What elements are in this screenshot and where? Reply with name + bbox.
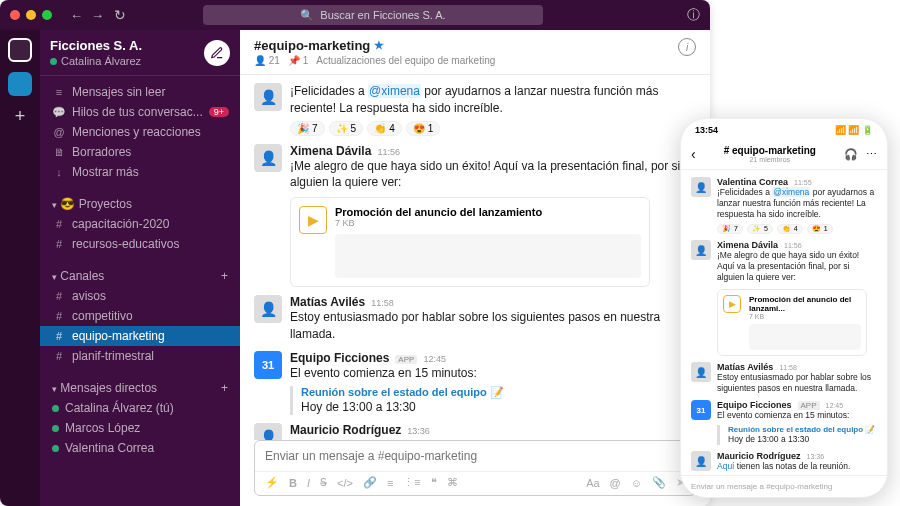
ul-icon[interactable]: ⋮≡ [403,476,420,489]
nav-threads[interactable]: 💬Hilos de tus conversac...9+ [40,102,240,122]
attach-icon[interactable]: 📎 [652,476,666,489]
composer-input[interactable] [255,441,695,471]
reaction[interactable]: 😍1 [406,121,441,136]
phone-channel-name[interactable]: # equipo-marketing [724,145,816,156]
search-input[interactable]: 🔍 Buscar en Ficciones S. A. [203,5,543,25]
phone-more-icon[interactable]: ⋯ [866,148,877,161]
section-dms[interactable]: ▾ Mensajes directos+ [40,378,240,398]
message-author[interactable]: Ximena Dávila [290,144,371,158]
sidebar-channel[interactable]: #competitivo [40,306,240,326]
code-icon[interactable]: </> [337,477,353,489]
quote-icon[interactable]: ❝ [431,476,437,489]
avatar[interactable]: 👤 [691,362,711,382]
message-text: El evento comienza en 15 minutos: [290,365,696,382]
phone-composer[interactable]: Enviar un mensaje a #equipo-marketing [681,475,887,497]
avatar[interactable]: 👤 [254,83,282,111]
message-text: Aquí tienen las notas de la reunión. [717,461,877,472]
codeblock-icon[interactable]: ⌘ [447,476,458,489]
message-text: ¡Me alegro de que haya sido un éxito! Aq… [717,250,877,283]
sidebar-channel[interactable]: #avisos [40,286,240,306]
sidebar-dm[interactable]: Marcos López [40,418,240,438]
pin-count[interactable]: 📌 1 [288,55,308,66]
avatar[interactable]: 👤 [254,423,282,440]
star-icon[interactable]: ★ [374,39,384,52]
channel-name[interactable]: #equipo-marketing [254,38,370,53]
current-user: Catalina Álvarez [61,55,141,67]
mention[interactable]: @ximena [368,84,421,98]
calendar-icon: 31 [254,351,282,379]
file-attachment[interactable]: ▶Promoción del anuncio del lanzami...7 K… [717,289,867,356]
mention[interactable]: @ximena [772,187,810,197]
message-author[interactable]: Matías Avilés [717,362,773,372]
reaction[interactable]: 🎉7 [290,121,325,136]
message-author[interactable]: Equipo Ficciones [717,400,792,410]
sidebar-channel[interactable]: #equipo-marketing [40,326,240,346]
sidebar-channel[interactable]: #planif-trimestral [40,346,240,366]
message-author[interactable]: Mauricio Rodríguez [717,451,801,461]
message-composer[interactable]: ⚡ B I S̶ </> 🔗 ≡ ⋮≡ ❝ ⌘ Aa @ ☺ 📎 ➤ [254,440,696,496]
sidebar-channel[interactable]: #recursos-educativos [40,234,240,254]
message-time: 11:58 [371,298,394,308]
message-author[interactable]: Equipo Ficciones [290,351,389,365]
nav-back[interactable]: ← [70,8,83,23]
nav-drafts[interactable]: 🗎Borradores [40,142,240,162]
avatar[interactable]: 👤 [254,295,282,323]
bold-icon[interactable]: B [289,477,297,489]
workspace-switch-2[interactable] [8,72,32,96]
avatar[interactable]: 👤 [691,240,711,260]
nav-mentions[interactable]: @Menciones y reacciones [40,122,240,142]
reaction[interactable]: 🎉7 [717,224,743,234]
message-author[interactable]: Ximena Dávila [717,240,778,250]
section-channels[interactable]: ▾ Canales+ [40,266,240,286]
avatar[interactable]: 👤 [691,177,711,197]
message-time: 11:56 [377,147,400,157]
add-workspace[interactable]: + [15,106,26,127]
link[interactable]: Aquí [717,461,735,471]
reaction[interactable]: 👏4 [367,121,402,136]
avatar[interactable]: 👤 [691,451,711,471]
help-icon[interactable]: ⓘ [687,6,700,24]
sidebar-dm[interactable]: Catalina Álvarez (tú) [40,398,240,418]
file-icon: ▶ [299,206,327,234]
event-link[interactable]: Reunión sobre el estado del equipo 📝 [728,425,877,434]
section-projects[interactable]: ▾ 😎 Proyectos [40,194,240,214]
message: 👤Matías Avilés11:58Estoy entusiasmado po… [681,359,887,397]
message-author[interactable]: Mauricio Rodríguez [290,423,401,437]
nav-unread[interactable]: ≡Mensajes sin leer [40,82,240,102]
file-attachment[interactable]: ▶Promoción del anuncio del lanzamiento7 … [290,197,650,287]
format-icon[interactable]: Aa [586,477,599,489]
event-link[interactable]: Reunión sobre el estado del equipo 📝 [301,386,696,399]
link-icon[interactable]: 🔗 [363,476,377,489]
ol-icon[interactable]: ≡ [387,477,393,489]
reaction[interactable]: 😍1 [807,224,833,234]
add-channel-icon[interactable]: + [221,269,228,283]
history-icon[interactable]: ↻ [114,7,126,23]
flash-icon[interactable]: ⚡ [265,476,279,489]
avatar[interactable]: 👤 [254,144,282,172]
channel-info-icon[interactable]: i [678,38,696,56]
reaction[interactable]: ✨5 [329,121,364,136]
sidebar-dm[interactable]: Valentina Correa [40,438,240,458]
add-dm-icon[interactable]: + [221,381,228,395]
window-controls[interactable] [10,10,52,20]
strike-icon[interactable]: S̶ [320,476,327,489]
emoji-icon[interactable]: ☺ [631,477,642,489]
workspace-name[interactable]: Ficciones S. A. [50,38,142,53]
reaction[interactable]: 👏4 [777,224,803,234]
phone-back-icon[interactable]: ‹ [691,146,696,162]
italic-icon[interactable]: I [307,477,310,489]
member-count[interactable]: 👤 21 [254,55,280,66]
sidebar-channel[interactable]: #capacitación-2020 [40,214,240,234]
workspace-switch-1[interactable] [8,38,32,62]
reaction[interactable]: ✨5 [747,224,773,234]
message-text: ¡Me alegro de que haya sido un éxito! Aq… [290,158,696,192]
nav-forward[interactable]: → [91,8,104,23]
search-icon: 🔍 [300,9,314,22]
phone-headset-icon[interactable]: 🎧 [844,148,858,161]
app-badge: APP [395,355,417,364]
mention-icon[interactable]: @ [610,477,621,489]
message-author[interactable]: Matías Avilés [290,295,365,309]
compose-button[interactable] [204,40,230,66]
nav-more[interactable]: ↓Mostrar más [40,162,240,182]
message-author[interactable]: Valentina Correa [717,177,788,187]
